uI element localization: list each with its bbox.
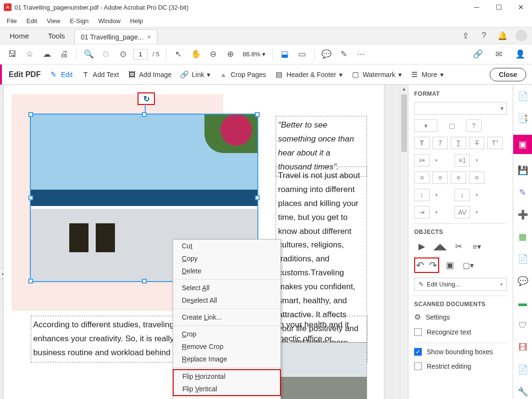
settings-button[interactable]: Settings [426,313,450,321]
vertical-scrollbar[interactable]: ▲ [400,85,408,399]
settings-rail-icon[interactable]: 🔧 [517,386,529,398]
more-tools-icon[interactable]: ⋯ [354,47,368,62]
menu-view[interactable]: View [42,16,65,26]
menu-esign[interactable]: E-Sign [65,16,93,26]
recognize-checkbox[interactable] [414,328,422,336]
number-list-icon[interactable]: ≡1 [455,154,470,167]
compress-icon[interactable]: 📄 [517,253,529,265]
ctx-flip-vertical[interactable]: Flip Vertical [174,383,280,395]
ctx-deselect-all[interactable]: Deselect All [173,294,280,307]
page-up-icon[interactable]: ⊙ [99,47,113,62]
account-icon[interactable]: 👤 [513,47,527,62]
video-icon[interactable]: 🎞 [517,342,529,353]
more-rail-icon[interactable]: 📄 [517,364,529,375]
crop-tool-icon[interactable]: ✂ [451,240,466,253]
italic-icon[interactable]: T [432,137,448,149]
menu-help[interactable]: Help [126,16,148,26]
edit-button[interactable]: ✎Edit [50,70,73,79]
bell-icon[interactable]: 🔔 [497,31,507,40]
rotate-cw-icon[interactable]: ↷ [429,259,437,271]
resize-handle-ml[interactable] [28,195,33,200]
edit-using-dropdown[interactable]: Edit Using... [427,281,497,288]
protect-icon[interactable]: 🛡 [517,320,529,331]
rotate-handle[interactable]: ↻ [138,92,155,105]
ctx-flip-horizontal[interactable]: Flip Horizontal [174,370,280,383]
page-number-input[interactable] [133,49,148,60]
line-spacing-icon[interactable]: ↕ [414,189,430,201]
export-pdf-icon[interactable]: 📑 [517,113,529,124]
font-color-button[interactable]: ▢ [440,119,463,132]
menu-file[interactable]: File [2,16,22,26]
restrict-editing-checkbox[interactable] [414,362,422,370]
ctx-remove-crop[interactable]: Remove Crop [173,340,280,353]
flip-vert-icon[interactable]: ▶ [414,240,430,253]
maximize-button[interactable]: ☐ [488,0,510,14]
watermark-button[interactable]: ▢Watermark ▾ [351,70,402,79]
resize-handle-bm[interactable] [142,279,147,283]
email-icon[interactable]: ✉ [492,47,506,62]
resize-handle-tm[interactable] [142,112,147,117]
tab-close-button[interactable]: × [147,33,151,40]
zoom-out-icon[interactable]: ⊖ [206,47,220,62]
rotate-ccw-icon[interactable]: ↶ [416,259,424,271]
align-dropdown-icon[interactable]: ≡▾ [469,240,484,253]
more-button[interactable]: ☰More ▾ [410,70,443,79]
layers-icon[interactable]: ▢▾ [460,259,476,271]
help-icon[interactable]: ? [479,31,489,40]
align-justify-icon[interactable]: ≡ [469,171,484,184]
star-icon[interactable]: ☆ [22,47,37,62]
tab-home[interactable]: Home [0,27,38,44]
save-icon[interactable]: 🖫 [5,47,19,62]
edit-pdf-rail-icon[interactable]: ▣ [513,135,532,154]
save-rail-icon[interactable]: 💾 [517,165,529,176]
link-icon[interactable]: 🔗 [470,47,485,62]
font-family-dropdown[interactable]: ▾ [414,102,507,115]
info-icon[interactable]: ? [466,119,481,132]
comment-rail-icon[interactable]: 💬 [517,275,529,287]
add-text-button[interactable]: TAdd Text [81,70,119,79]
ruler-icon[interactable]: ▭ [295,47,309,62]
ctx-copy[interactable]: Copy [173,252,280,265]
arrange-icon[interactable]: ▣ [442,259,457,271]
redact-icon[interactable]: ▬ [517,297,529,309]
paragraph-spacing-icon[interactable]: ↕ [455,189,470,201]
avatar[interactable] [516,30,527,41]
show-bounding-boxes-checkbox[interactable]: ✓ [414,348,422,356]
underline-icon[interactable]: T [451,137,466,149]
header-footer-button[interactable]: ▤Header & Footer ▾ [275,70,342,79]
crop-pages-button[interactable]: ⟁Crop Pages [219,70,266,79]
indent-icon[interactable]: ⇥ [414,206,430,219]
resize-handle-tl[interactable] [28,112,33,117]
add-image-button[interactable]: 🖼Add Image [127,70,172,79]
align-left-icon[interactable]: ≡ [414,171,430,184]
link-button[interactable]: 🔗Link ▾ [180,70,211,79]
fit-width-icon[interactable]: ⬓ [278,47,292,62]
bullet-list-icon[interactable]: ≡• [414,154,430,167]
ctx-select-all[interactable]: Select All [173,282,280,294]
zoom-in-icon[interactable]: ⊕ [223,47,238,62]
select-icon[interactable]: ↖ [171,47,186,62]
scroll-thumb[interactable] [401,94,407,152]
tab-tools[interactable]: Tools [38,27,75,44]
share-icon[interactable]: ⇪ [461,31,470,40]
search-icon[interactable]: 🔍 [81,47,96,62]
tab-document[interactable]: 01 Travelling_page... × [75,29,157,44]
ctx-delete[interactable]: Delete [173,265,280,277]
ctx-cut[interactable]: Cut [173,240,280,252]
combine-icon[interactable]: ➕ [517,209,529,220]
print-icon[interactable]: 🖨 [57,47,71,62]
ctx-replace-image[interactable]: Replace Image [173,353,280,365]
highlight-icon[interactable]: ✎ [337,47,351,62]
bold-icon[interactable]: T [414,137,430,149]
ctx-rotate-clockwise[interactable]: Rotate Clockwise [173,396,280,399]
secondary-image[interactable] [276,342,367,399]
resize-handle-bl[interactable] [28,279,33,283]
menu-window[interactable]: Window [93,16,125,26]
superscript-icon[interactable]: Tᵀ [487,137,503,149]
sign-icon[interactable]: ✎ [517,187,529,198]
ctx-create-link[interactable]: Create Link... [173,311,280,323]
create-pdf-icon[interactable]: 📄 [517,90,529,102]
char-spacing-icon[interactable]: AV [455,206,470,219]
cloud-icon[interactable]: ☁ [39,47,54,62]
hand-icon[interactable]: ✋ [189,47,203,62]
